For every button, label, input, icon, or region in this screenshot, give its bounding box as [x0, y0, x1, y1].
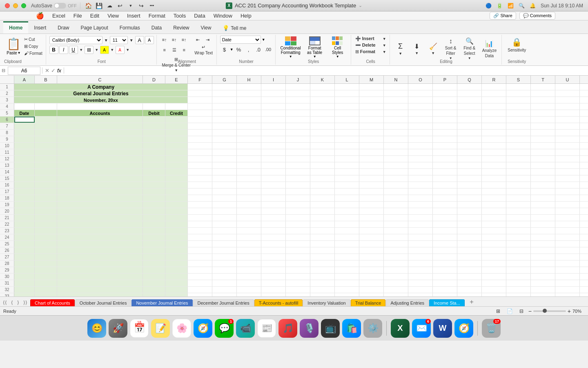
- increase-font-button[interactable]: A: [135, 36, 144, 44]
- tab-page-layout[interactable]: Page Layout: [75, 21, 114, 34]
- cell-empty[interactable]: [457, 169, 482, 175]
- cell-E25[interactable]: [165, 241, 188, 247]
- cell-empty[interactable]: [433, 280, 457, 286]
- cell-empty[interactable]: [188, 228, 212, 234]
- cell-empty[interactable]: [580, 267, 588, 273]
- cell-empty[interactable]: [408, 136, 433, 142]
- cell-empty[interactable]: [237, 254, 261, 260]
- cell-empty[interactable]: [384, 123, 408, 129]
- cell-C13[interactable]: [57, 162, 143, 168]
- cell-empty[interactable]: [359, 260, 384, 267]
- cell-empty[interactable]: [359, 247, 384, 254]
- cell-empty[interactable]: [506, 188, 531, 195]
- cell-empty[interactable]: [384, 90, 408, 96]
- cell-empty[interactable]: [384, 149, 408, 155]
- cell-empty[interactable]: [555, 254, 580, 260]
- cell-empty[interactable]: [433, 103, 457, 110]
- cell-A30[interactable]: [14, 274, 35, 280]
- cell-empty[interactable]: [310, 103, 335, 110]
- cell-empty[interactable]: [457, 156, 482, 162]
- menu-view[interactable]: View: [104, 12, 122, 20]
- cell-empty[interactable]: [555, 247, 580, 254]
- cell-empty[interactable]: [286, 162, 310, 168]
- cell-A33[interactable]: [14, 293, 35, 296]
- cell-empty[interactable]: [580, 260, 588, 267]
- cell-C14[interactable]: [57, 169, 143, 175]
- cell-empty[interactable]: [531, 260, 555, 267]
- cell-empty[interactable]: [384, 103, 408, 110]
- cell-empty[interactable]: [188, 267, 212, 273]
- cell-empty[interactable]: [555, 117, 580, 123]
- cell-empty[interactable]: [408, 162, 433, 168]
- cell-empty[interactable]: [408, 254, 433, 260]
- cell-empty[interactable]: [261, 169, 286, 175]
- cell-C31[interactable]: [57, 280, 143, 286]
- cell-empty[interactable]: [555, 287, 580, 293]
- cell-empty[interactable]: [237, 293, 261, 296]
- share-button[interactable]: 🔗 Share: [490, 12, 516, 20]
- cell-D22[interactable]: [143, 221, 165, 227]
- cell-empty[interactable]: [237, 143, 261, 149]
- menu-window[interactable]: Window: [210, 12, 236, 20]
- cell-empty[interactable]: [188, 202, 212, 208]
- tab-november[interactable]: November Journal Entries: [131, 299, 192, 306]
- cell-empty[interactable]: [506, 202, 531, 208]
- cell-empty[interactable]: [482, 195, 506, 201]
- cell-empty[interactable]: [506, 117, 531, 123]
- cell-empty[interactable]: [359, 228, 384, 234]
- cell-empty[interactable]: [433, 254, 457, 260]
- cell-empty[interactable]: [188, 175, 212, 182]
- cell-E22[interactable]: [165, 221, 188, 227]
- cell-A16[interactable]: [14, 182, 35, 188]
- cell-empty[interactable]: [335, 260, 359, 267]
- cell-empty[interactable]: [482, 293, 506, 296]
- cell-empty[interactable]: [384, 247, 408, 254]
- cell-empty[interactable]: [433, 208, 457, 214]
- cell-C10[interactable]: [57, 143, 143, 149]
- cell-empty[interactable]: [286, 84, 310, 90]
- border-button[interactable]: ⊞: [85, 46, 94, 54]
- cell-empty[interactable]: [310, 195, 335, 201]
- cell-B18[interactable]: [35, 195, 57, 201]
- col-header-d[interactable]: D: [143, 76, 165, 83]
- cell-D31[interactable]: [143, 280, 165, 286]
- cell-E6[interactable]: [165, 117, 188, 123]
- cell-empty[interactable]: [335, 221, 359, 227]
- dock-word[interactable]: W: [433, 319, 452, 338]
- cell-empty[interactable]: [457, 254, 482, 260]
- cell-empty[interactable]: [212, 287, 237, 293]
- cell-empty[interactable]: [188, 143, 212, 149]
- cell-empty[interactable]: [384, 143, 408, 149]
- col-header-s[interactable]: S: [506, 76, 531, 83]
- cell-empty[interactable]: [237, 90, 261, 96]
- cell-empty[interactable]: [555, 110, 580, 116]
- cell-empty[interactable]: [212, 293, 237, 296]
- cell-empty[interactable]: [335, 293, 359, 296]
- align-top-left[interactable]: ≡↑: [160, 36, 169, 44]
- cell-empty[interactable]: [261, 97, 286, 103]
- cell-empty[interactable]: [359, 215, 384, 221]
- cell-empty[interactable]: [261, 274, 286, 280]
- cell-empty[interactable]: [531, 274, 555, 280]
- cell-C15[interactable]: [57, 175, 143, 182]
- cell-empty[interactable]: [310, 260, 335, 267]
- cell-empty[interactable]: [506, 274, 531, 280]
- dock-appstore[interactable]: 🛍️: [342, 319, 361, 338]
- font-expand-btn[interactable]: ▼: [103, 36, 109, 45]
- cell-empty[interactable]: [237, 130, 261, 136]
- col-header-n[interactable]: N: [384, 76, 408, 83]
- cell-empty[interactable]: [310, 254, 335, 260]
- dock-photos[interactable]: 🌸: [172, 319, 191, 338]
- cell-empty[interactable]: [188, 169, 212, 175]
- cell-empty[interactable]: [580, 247, 588, 254]
- cell-empty[interactable]: [335, 143, 359, 149]
- cell-empty[interactable]: [555, 267, 580, 273]
- cell-empty[interactable]: [286, 143, 310, 149]
- cell-empty[interactable]: [531, 97, 555, 103]
- cell-empty[interactable]: [506, 287, 531, 293]
- cell-C32[interactable]: [57, 287, 143, 293]
- cell-B16[interactable]: [35, 182, 57, 188]
- cell-empty[interactable]: [482, 287, 506, 293]
- cell-empty[interactable]: [310, 287, 335, 293]
- cell-empty[interactable]: [457, 123, 482, 129]
